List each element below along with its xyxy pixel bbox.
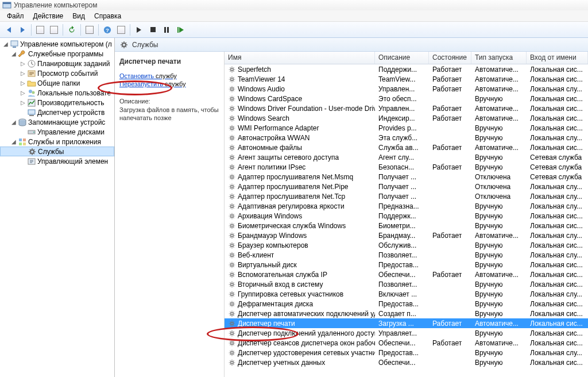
- menu-help[interactable]: Справка: [90, 11, 126, 21]
- service-desc-cell: Предостав...: [375, 300, 429, 308]
- service-row[interactable]: Диспетчер печатиЗагрузка ...РаботаетАвто…: [225, 318, 588, 328]
- service-row[interactable]: Адаптер прослушивателя Net.MsmqПолучает …: [225, 172, 588, 182]
- tree-users[interactable]: ▷Локальные пользовате: [0, 88, 114, 98]
- gear-icon: [228, 359, 236, 367]
- tree-wmi[interactable]: Управляющий элемен: [0, 156, 114, 166]
- tree-devmgr[interactable]: Диспетчер устройств: [0, 107, 114, 117]
- service-row[interactable]: Диспетчер сеансов диспетчера окон рабоче…: [225, 338, 588, 348]
- column-desc[interactable]: Описание: [375, 52, 429, 64]
- service-name-cell: Дефрагментация диска: [238, 300, 313, 308]
- svg-point-39: [231, 224, 233, 226]
- service-row[interactable]: Windows SearchИндексир...РаботаетАвтомат…: [225, 113, 588, 123]
- tree-diskmgr[interactable]: Управление дисками: [0, 127, 114, 137]
- service-row[interactable]: Браузер компьютеровОбслужив...ВручнуюЛок…: [225, 240, 588, 250]
- service-stop-button[interactable]: [146, 24, 159, 36]
- service-startup-cell: Вручную: [471, 359, 527, 367]
- service-row[interactable]: Виртуальный дискПредостав...ВручнуюЛокал…: [225, 260, 588, 270]
- stop-service-link[interactable]: Остановить службу: [119, 72, 219, 79]
- service-name-cell: Виртуальный диск: [238, 261, 297, 269]
- tree-label: Службы и приложения: [28, 138, 101, 146]
- service-row[interactable]: Диспетчер удостоверения сетевых участник…: [225, 348, 588, 357]
- content-header: Службы: [115, 38, 588, 52]
- gear-icon: [228, 75, 236, 83]
- help-button[interactable]: ?: [101, 24, 114, 36]
- service-row[interactable]: Биометрическая служба WindowsБиометри...…: [225, 221, 588, 230]
- service-logon-cell: Локальная сис...: [527, 280, 588, 288]
- service-restart-button[interactable]: [174, 24, 187, 36]
- service-row[interactable]: Адаптер прослушивателя Net.TcpПолучает .…: [225, 191, 588, 201]
- service-row[interactable]: Агент защиты сетевого доступаАгент слу..…: [225, 152, 588, 162]
- tree-label: Запоминающие устройс: [28, 118, 105, 126]
- gear-icon: [228, 310, 236, 318]
- tree-perf[interactable]: ▷Производительность: [0, 98, 114, 107]
- service-logon-cell: Локальная сис...: [527, 75, 588, 83]
- tree-utilities[interactable]: ◢Служебные программы: [0, 49, 114, 59]
- service-row[interactable]: Брандмауэр WindowsБрандмау...РаботаетАвт…: [225, 230, 588, 240]
- service-row[interactable]: Дефрагментация дискаПредостав...ВручнуюЛ…: [225, 299, 588, 309]
- service-row[interactable]: Автонастройка WWANЭта служб...ВручнуюЛок…: [225, 133, 588, 143]
- column-startup[interactable]: Тип запуска: [471, 52, 527, 64]
- service-row[interactable]: Диспетчер автоматических подключений уда…: [225, 309, 588, 318]
- users-icon: [27, 89, 36, 98]
- tree-label: Планировщик заданий: [37, 60, 110, 68]
- svg-rect-17: [23, 139, 26, 141]
- service-start-button[interactable]: [133, 24, 145, 36]
- tree-apps[interactable]: ◢Службы и приложения: [0, 137, 114, 147]
- service-name-cell: Диспетчер удостоверения сетевых участник…: [238, 349, 375, 357]
- service-desc-cell: Загрузка ...: [375, 320, 429, 328]
- toolbar-button-1[interactable]: [34, 24, 47, 36]
- restart-service-link[interactable]: Перезапустить службу: [119, 80, 219, 87]
- column-logon[interactable]: Вход от имени: [527, 52, 588, 64]
- service-row[interactable]: Диспетчер подключений удаленного доступа…: [225, 328, 588, 338]
- tree-label: Служебные программы: [28, 50, 103, 58]
- tree-shared[interactable]: ▷Общие папки: [0, 78, 114, 88]
- refresh-button[interactable]: [65, 24, 78, 36]
- console-tree[interactable]: ◢Управление компьютером (л ◢Служебные пр…: [0, 38, 115, 377]
- service-startup-cell: Вручную: [471, 163, 527, 171]
- svg-point-8: [29, 90, 32, 93]
- service-pause-button[interactable]: [160, 24, 173, 36]
- nav-back-button[interactable]: [2, 24, 15, 36]
- svg-point-15: [33, 132, 34, 133]
- column-name[interactable]: Имя: [225, 52, 375, 64]
- service-startup-cell: Вручную: [471, 95, 527, 103]
- service-row[interactable]: Архивация WindowsПоддержк...ВручнуюЛокал…: [225, 211, 588, 221]
- menu-view[interactable]: Вид: [68, 11, 90, 21]
- service-row[interactable]: TeamViewer 14TeamView...РаботаетАвтомати…: [225, 74, 588, 84]
- service-row[interactable]: Windows Driver Foundation - User-mode Dr…: [225, 103, 588, 113]
- properties-button[interactable]: [83, 24, 96, 36]
- tree-storage[interactable]: ◢Запоминающие устройс: [0, 117, 114, 127]
- service-row[interactable]: Диспетчер учетных данныхОбеспечи...Вручн…: [225, 357, 588, 367]
- generic-icon: [50, 26, 58, 34]
- service-row[interactable]: Веб-клиентПозволяет...ВручнуюЛокальная с…: [225, 250, 588, 260]
- service-row[interactable]: SuperfetchПоддержи...РаботаетАвтоматиче.…: [225, 64, 588, 74]
- toolbar-button-2[interactable]: [48, 24, 60, 36]
- toolbar-button-3[interactable]: [115, 24, 127, 36]
- tree-events[interactable]: ▷Просмотр событий: [0, 68, 114, 78]
- service-row[interactable]: Вспомогательная служба IPОбеспечи...Рабо…: [225, 270, 588, 279]
- tree-label: Общие папки: [37, 79, 80, 87]
- column-state[interactable]: Состояние: [429, 52, 471, 64]
- nav-forward-button[interactable]: [16, 24, 29, 36]
- stop-icon: [150, 27, 156, 32]
- tree-services[interactable]: Службы: [0, 147, 114, 156]
- service-desc-cell: Агент слу...: [375, 153, 429, 161]
- service-row[interactable]: Windows AudioУправлен...РаботаетАвтомати…: [225, 84, 588, 94]
- menu-action[interactable]: Действие: [29, 11, 68, 21]
- service-desc-cell: Поддержк...: [375, 212, 429, 220]
- tree-root[interactable]: ◢Управление компьютером (л: [0, 39, 114, 49]
- service-row[interactable]: Автономные файлыСлужба ав...РаботаетАвто…: [225, 143, 588, 152]
- service-row[interactable]: Адаптер прослушивателя Net.PipeПолучает …: [225, 182, 588, 191]
- svg-point-33: [231, 166, 233, 168]
- service-row[interactable]: Адаптивная регулировка яркостиПредназна.…: [225, 201, 588, 211]
- service-row[interactable]: Группировка сетевых участниковВключает .…: [225, 289, 588, 299]
- content-header-label: Службы: [132, 41, 158, 49]
- service-logon-cell: Локальная сис...: [527, 300, 588, 308]
- tree-scheduler[interactable]: ▷Планировщик заданий: [0, 59, 114, 68]
- service-row[interactable]: Агент политики IPsecБезопасн...РаботаетВ…: [225, 162, 588, 172]
- service-row[interactable]: WMI Performance AdapterProvides p...Вруч…: [225, 123, 588, 133]
- menu-file[interactable]: Файл: [2, 11, 29, 21]
- gear-icon: [228, 261, 236, 269]
- service-row[interactable]: Вторичный вход в системуПозволяет...Вруч…: [225, 279, 588, 289]
- service-row[interactable]: Windows CardSpaceЭто обесп...ВручнуюЛока…: [225, 94, 588, 103]
